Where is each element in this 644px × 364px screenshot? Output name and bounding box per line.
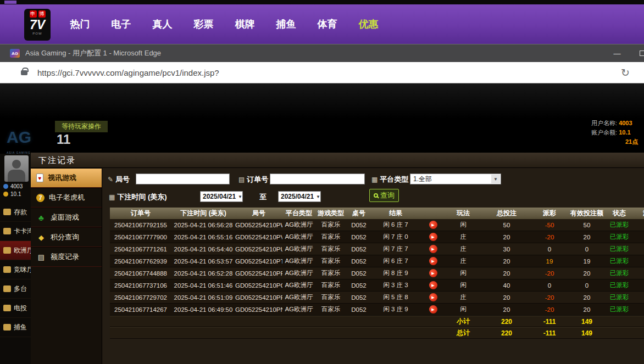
replay-cell: ▶ bbox=[420, 269, 446, 277]
cell-total_bet: 20 bbox=[480, 294, 533, 301]
cell-status: 已派彩 bbox=[608, 269, 631, 277]
cell-payout: 0 bbox=[533, 282, 566, 289]
date-from-picker[interactable]: 2025/04/21▼ bbox=[200, 191, 243, 202]
sidebar-tab-积分查询[interactable]: ◆积分查询 bbox=[31, 227, 102, 247]
column-header: 结果 bbox=[371, 209, 420, 218]
order-no-input[interactable] bbox=[270, 173, 365, 184]
lobby-menu-item[interactable]: 电投 bbox=[0, 299, 31, 318]
cell-round: GD052254210PR bbox=[235, 270, 282, 277]
cell-payout: 0 bbox=[533, 246, 566, 253]
g-slot-icon: 7 bbox=[36, 194, 45, 202]
top-strip-chip bbox=[4, 1, 16, 4]
replay-icon[interactable]: ▶ bbox=[429, 293, 437, 301]
nav-item-3[interactable]: 真人 bbox=[142, 18, 183, 31]
top-strip bbox=[0, 0, 644, 4]
search-button[interactable]: 查询 bbox=[369, 189, 399, 202]
column-header: 下注时间 (美东) bbox=[171, 209, 235, 218]
bet-time-label: ▦下注时间 (美东) bbox=[109, 192, 167, 202]
lobby-menu-item[interactable]: 存款 bbox=[0, 203, 31, 222]
sidebar-tab-视讯游戏[interactable]: ♥视讯游戏 bbox=[31, 168, 102, 188]
cell-round: GD052254210PP bbox=[235, 294, 282, 301]
cell-round: GD052254210PW bbox=[235, 222, 282, 228]
url-text[interactable]: https://gci.7vvvvvv.com/agingame/pcv1/in… bbox=[37, 68, 219, 77]
lobby-item-label: 欧洲厅 bbox=[14, 246, 31, 255]
nav-item-8[interactable]: 优惠 bbox=[348, 18, 389, 31]
logo-badge: 博 bbox=[38, 10, 46, 18]
cell-status: 已派彩 bbox=[608, 221, 631, 229]
nav-item-4[interactable]: 彩票 bbox=[183, 18, 224, 31]
table-row: 2504210677712612025-04-21 06:54:40GD0522… bbox=[110, 243, 644, 255]
lobby-menu-item[interactable]: 卡卡湾 bbox=[0, 222, 31, 241]
replay-icon[interactable]: ▶ bbox=[429, 281, 437, 289]
cell-payout: -20 bbox=[533, 306, 566, 313]
sidebar-tab-额度记录[interactable]: ▤额度记录 bbox=[31, 247, 102, 267]
subtotal-valid-bet: 149 bbox=[566, 318, 608, 326]
user-info: 用户名称: 4003 账户余额: 10.1 21点 bbox=[591, 119, 644, 147]
cell-valid_bet: 0 bbox=[566, 282, 608, 289]
lobby-item-icon bbox=[3, 285, 11, 292]
table-header-row: 订单号下注时间 (美东)局号平台类型游戏类型桌号结果玩法总投注派彩有效投注额状态… bbox=[110, 208, 644, 219]
replay-icon[interactable]: ▶ bbox=[429, 245, 437, 253]
lobby-menu-item[interactable]: 欧洲厅 bbox=[0, 241, 31, 260]
sidebar-tab-桌面游戏[interactable]: ♣桌面游戏 bbox=[31, 208, 102, 227]
sidebar-tab-label: 电子老虎机 bbox=[49, 193, 85, 203]
panel-sidebar: ♥视讯游戏7电子老虎机♣桌面游戏◆积分查询▤额度记录 bbox=[31, 168, 102, 364]
nav-item-1[interactable]: 热门 bbox=[59, 18, 101, 31]
replay-icon[interactable]: ▶ bbox=[429, 221, 437, 229]
cell-payout: -20 bbox=[533, 270, 566, 277]
nav-item-2[interactable]: 电子 bbox=[101, 18, 142, 31]
round-no-icon: ✎ bbox=[108, 176, 113, 183]
cell-status: 已派彩 bbox=[608, 245, 631, 253]
lobby-item-icon bbox=[3, 324, 11, 331]
cell-result: 闲 7 庄 7 bbox=[371, 245, 420, 253]
balance-line: 账户余额: 10.1 bbox=[591, 128, 644, 137]
date-to-picker[interactable]: 2025/04/21▼ bbox=[278, 191, 321, 202]
cell-platform: AG欧洲厅 bbox=[282, 245, 315, 253]
replay-icon[interactable]: ▶ bbox=[429, 257, 437, 265]
lobby-item-label: 存款 bbox=[14, 208, 27, 217]
round-no-input[interactable] bbox=[136, 173, 230, 184]
window-controls: — bbox=[604, 44, 644, 62]
nav-item-7[interactable]: 体育 bbox=[307, 18, 348, 31]
cell-valid_bet: 20 bbox=[566, 234, 608, 240]
sidebar-tab-电子老虎机[interactable]: 7电子老虎机 bbox=[31, 188, 102, 208]
user-name-value: 4003 bbox=[619, 120, 632, 126]
refresh-icon[interactable]: ↻ bbox=[621, 66, 630, 79]
cell-game_type: 百家乐 bbox=[315, 269, 346, 277]
cell-payout: -20 bbox=[533, 294, 566, 301]
replay-icon[interactable]: ▶ bbox=[429, 233, 437, 241]
cell-game_type: 百家乐 bbox=[315, 245, 346, 253]
minimize-button[interactable]: — bbox=[604, 44, 630, 62]
cell-platform: AG欧洲厅 bbox=[282, 233, 315, 241]
cell-order: 250421067762939 bbox=[110, 258, 171, 265]
maximize-button[interactable] bbox=[630, 44, 644, 62]
nav-item-6[interactable]: 捕鱼 bbox=[265, 18, 307, 31]
lobby-item-icon bbox=[3, 247, 11, 254]
cell-time: 2025-04-21 06:51:46 bbox=[171, 282, 235, 289]
replay-icon[interactable]: ▶ bbox=[429, 305, 437, 313]
nav-item-5[interactable]: 棋牌 bbox=[224, 18, 265, 31]
cell-platform: AG欧洲厅 bbox=[282, 269, 315, 277]
cell-order: 250421067737106 bbox=[110, 282, 171, 289]
cell-table_no: D052 bbox=[346, 246, 371, 253]
g-card-icon: ♥ bbox=[36, 173, 43, 182]
platform-type-select[interactable]: 1.全部 ▼ bbox=[410, 173, 501, 184]
lobby-item-label: 多台 bbox=[14, 284, 27, 294]
cell-order: 250421067792155 bbox=[110, 222, 171, 228]
game-area: AG ASIA GAMING 等待玩家操作 11 用户名称: 4003 账户余额… bbox=[0, 83, 644, 364]
column-header: 派彩 bbox=[533, 209, 566, 218]
sidebar-tab-label: 桌面游戏 bbox=[51, 212, 79, 222]
lobby-menu-item[interactable]: 多台 bbox=[0, 279, 31, 299]
total-valid-bet: 149 bbox=[566, 329, 608, 337]
subtotal-payout: -111 bbox=[533, 318, 566, 326]
lobby-menu-item[interactable]: 捕鱼 bbox=[0, 318, 31, 337]
cell-time: 2025-04-21 06:56:28 bbox=[171, 222, 235, 228]
total-total-bet: 220 bbox=[480, 329, 533, 337]
replay-icon[interactable]: ▶ bbox=[429, 269, 437, 277]
cell-play: 闲 bbox=[446, 221, 480, 229]
limit-line: 21点 bbox=[591, 137, 644, 147]
site-logo[interactable]: 申 博 7V POW bbox=[24, 9, 51, 41]
cell-round: GD052254210PQ bbox=[235, 282, 282, 289]
cell-result: 闲 3 庄 9 bbox=[371, 305, 420, 313]
lobby-menu-item[interactable]: 竞咪厅 bbox=[0, 260, 31, 279]
